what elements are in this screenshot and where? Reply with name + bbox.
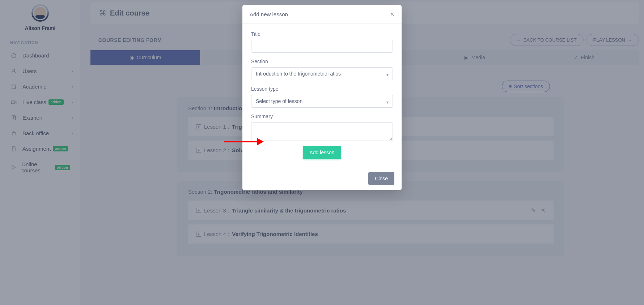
close-icon[interactable]: × [390, 10, 394, 18]
lesson-type-select[interactable]: Select type of lesson [251, 95, 393, 108]
close-button[interactable]: Close [368, 172, 394, 185]
section-label: Section [251, 59, 393, 64]
add-lesson-modal: Add new lesson × Title Section Introduct… [242, 5, 402, 190]
modal-title: Add new lesson [250, 11, 288, 17]
add-lesson-button[interactable]: Add lesson [303, 146, 341, 159]
title-input[interactable] [251, 40, 393, 53]
summary-textarea[interactable] [251, 122, 393, 141]
lesson-type-label: Lesson type [251, 86, 393, 92]
summary-label: Summary [251, 113, 393, 119]
modal-body: Title Section Introduction to the trigon… [242, 24, 402, 167]
modal-overlay[interactable]: Add new lesson × Title Section Introduct… [0, 0, 644, 305]
select-value: Introduction to the trigonometric ratios [256, 71, 341, 77]
select-value: Select type of lesson [256, 98, 302, 104]
section-select[interactable]: Introduction to the trigonometric ratios [251, 67, 393, 80]
modal-footer: Close [242, 167, 402, 190]
modal-header: Add new lesson × [242, 5, 402, 24]
title-label: Title [251, 31, 393, 37]
